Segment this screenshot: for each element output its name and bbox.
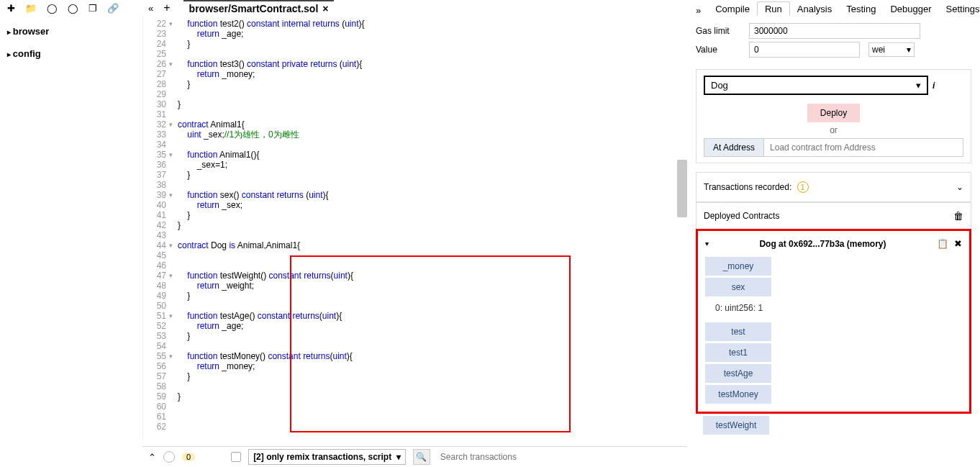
github-alt-icon[interactable]: ◯ bbox=[68, 3, 78, 14]
close-instance-icon[interactable]: ✖ bbox=[954, 238, 962, 249]
fn-money-button[interactable]: _money bbox=[705, 257, 771, 276]
search-icon[interactable]: 🔍 bbox=[413, 449, 430, 465]
tree-item-browser[interactable]: browser bbox=[7, 20, 135, 42]
file-explorer: browser config bbox=[0, 16, 142, 440]
fn-testmoney-button[interactable]: testMoney bbox=[705, 385, 771, 404]
tab-debugger[interactable]: Debugger bbox=[883, 2, 938, 16]
tab-compile[interactable]: Compile bbox=[708, 2, 757, 16]
gas-limit-input[interactable] bbox=[749, 23, 920, 39]
instance-toggle-icon[interactable]: ▾ bbox=[705, 240, 709, 248]
return-value: 0: uint256: 1 bbox=[705, 299, 962, 320]
deployed-instance: ▾ Dog at 0x692...77b3a (memory) 📋 ✖ _mon… bbox=[696, 229, 971, 414]
tab-testing[interactable]: Testing bbox=[839, 2, 883, 16]
fn-test1-button[interactable]: test1 bbox=[705, 343, 771, 362]
info-icon[interactable]: i bbox=[933, 81, 935, 91]
gas-limit-label: Gas limit bbox=[696, 26, 740, 36]
at-address-input[interactable] bbox=[764, 138, 963, 157]
add-tab-icon[interactable]: + bbox=[163, 1, 170, 14]
fn-testage-button[interactable]: testAge bbox=[705, 364, 771, 383]
transactions-recorded[interactable]: Transactions recorded: 1 ⌄ bbox=[696, 172, 971, 202]
copy-address-icon[interactable]: 📋 bbox=[937, 238, 948, 249]
link-icon[interactable]: 🔗 bbox=[107, 3, 119, 14]
new-file-icon[interactable]: ✚ bbox=[7, 3, 15, 14]
tab-title: browser/SmartContract.sol bbox=[189, 3, 319, 14]
contract-select[interactable]: Dog▾ bbox=[704, 76, 928, 95]
close-tab-icon[interactable]: × bbox=[322, 3, 328, 14]
filter-select[interactable]: [2] only remix transactions, script ▾ bbox=[248, 449, 406, 465]
chevron-down-icon: ⌄ bbox=[956, 182, 963, 192]
or-label: or bbox=[704, 125, 963, 135]
copy-icon[interactable]: ❐ bbox=[89, 3, 97, 14]
collapse-left-icon[interactable]: « bbox=[148, 3, 153, 14]
trash-icon[interactable]: 🗑 bbox=[953, 210, 963, 222]
clear-icon[interactable] bbox=[163, 451, 175, 463]
instance-name: Dog at 0x692...77b3a (memory) bbox=[714, 239, 931, 249]
at-address-button[interactable]: At Address bbox=[704, 138, 764, 157]
tree-item-config[interactable]: config bbox=[7, 42, 135, 65]
open-folder-icon[interactable]: 📁 bbox=[25, 3, 37, 14]
tab-settings[interactable]: Settings bbox=[939, 2, 980, 16]
fn-sex-button[interactable]: sex bbox=[705, 278, 771, 296]
tab-analysis[interactable]: Analysis bbox=[790, 2, 839, 16]
search-input[interactable] bbox=[437, 449, 596, 465]
terminal-bar: ⌃ 0 [2] only remix transactions, script … bbox=[142, 446, 687, 467]
fn-test-button[interactable]: test bbox=[705, 322, 771, 341]
editor-tab[interactable]: browser/SmartContract.sol × bbox=[183, 0, 335, 16]
expand-terminal-icon[interactable]: ⌃ bbox=[148, 452, 156, 463]
deploy-button[interactable]: Deploy bbox=[807, 104, 860, 122]
value-label: Value bbox=[696, 45, 740, 55]
value-input[interactable] bbox=[749, 42, 860, 58]
collapse-right-icon[interactable]: » bbox=[696, 5, 701, 16]
editor-scrollbar[interactable] bbox=[677, 16, 687, 440]
tab-run[interactable]: Run bbox=[757, 1, 790, 16]
fn-testweight-button[interactable]: testWeight bbox=[703, 416, 769, 435]
github-icon[interactable]: ◯ bbox=[47, 3, 58, 14]
listen-checkbox[interactable] bbox=[231, 452, 241, 462]
pending-count[interactable]: 0 bbox=[182, 453, 195, 461]
value-unit-select[interactable]: wei▾ bbox=[868, 42, 915, 57]
deployed-contracts-label: Deployed Contracts bbox=[704, 211, 779, 221]
